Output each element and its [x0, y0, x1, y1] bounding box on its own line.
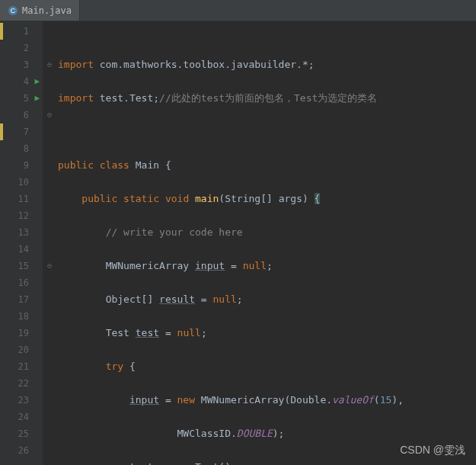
code-line[interactable] — [58, 123, 476, 140]
line-number[interactable]: 2 — [0, 40, 29, 56]
run-gutter-icon[interactable]: ▶ — [34, 90, 40, 107]
line-number[interactable]: 23 — [0, 392, 29, 409]
line-number[interactable]: 7 — [0, 123, 29, 140]
svg-text:C: C — [11, 7, 16, 14]
code-line[interactable]: Object[] result = null; — [58, 291, 476, 308]
gutter: 1 2 3 4▶ 5▶ 6 7 8 9 10 11 12 13 14 15 16… — [0, 21, 43, 465]
line-number[interactable]: 21 — [0, 358, 29, 375]
code-line[interactable]: MWNumericArray input = null; — [58, 258, 476, 274]
line-number[interactable]: 11 — [0, 191, 29, 207]
tab-bar: C Main.java — [0, 0, 476, 21]
java-class-icon: C — [8, 5, 18, 16]
file-tab[interactable]: C Main.java — [0, 0, 80, 21]
fold-icon[interactable]: ⊖ — [46, 107, 53, 123]
line-number[interactable]: 1 — [0, 23, 29, 40]
line-number[interactable]: 26 — [0, 442, 29, 459]
code-line[interactable]: MWClassID.DOUBLE); — [58, 425, 476, 442]
code-line[interactable]: public class Main { — [58, 157, 476, 174]
line-number[interactable]: 24 — [0, 409, 29, 425]
fold-column: ⊖ ⊖ ⊖ ⊖ ⊖ ⊖ ⊟ ⊟ — [46, 23, 53, 465]
line-number[interactable]: 3 — [0, 56, 29, 73]
code-line[interactable]: input = new MWNumericArray(Double.valueO… — [58, 392, 476, 409]
line-number[interactable]: 10 — [0, 174, 29, 191]
line-number[interactable]: 22 — [0, 375, 29, 392]
line-number[interactable]: 18 — [0, 308, 29, 325]
editor: 1 2 3 4▶ 5▶ 6 7 8 9 10 11 12 13 14 15 16… — [0, 21, 476, 465]
line-number[interactable]: 16 — [0, 274, 29, 291]
code-line[interactable]: try { — [58, 358, 476, 375]
line-number[interactable]: 6 — [0, 107, 29, 123]
tab-filename: Main.java — [22, 5, 72, 16]
line-number[interactable]: 17 — [0, 291, 29, 308]
line-number[interactable]: 13 — [0, 224, 29, 241]
line-number[interactable]: 15 — [0, 258, 29, 274]
line-number[interactable]: 4▶ — [0, 73, 29, 90]
line-number[interactable]: 12 — [0, 207, 29, 224]
fold-icon[interactable]: ⊖ — [46, 56, 53, 73]
code-area[interactable]: ⊖ ⊖ ⊖ ⊖ ⊖ ⊖ ⊟ ⊟ import com.mathwor — [43, 21, 476, 465]
line-number[interactable]: 9 — [0, 157, 29, 174]
fold-icon[interactable]: ⊖ — [46, 258, 53, 274]
code-line[interactable]: import test.Test;//此处的test为前面的包名，Test为选定… — [58, 90, 476, 107]
line-number[interactable]: 20 — [0, 342, 29, 358]
line-number[interactable]: 25 — [0, 425, 29, 442]
line-number[interactable]: 5▶ — [0, 90, 29, 107]
watermark: CSDN @雯浅 — [400, 444, 465, 457]
code-line[interactable]: import com.mathworks.toolbox.javabuilder… — [58, 56, 476, 73]
code-line[interactable]: Test test = null; — [58, 325, 476, 342]
line-number[interactable]: 8 — [0, 140, 29, 157]
line-number[interactable]: 19 — [0, 325, 29, 342]
run-gutter-icon[interactable]: ▶ — [34, 73, 40, 90]
code-line[interactable]: test = new Test(); — [58, 459, 476, 465]
line-number[interactable]: 14 — [0, 241, 29, 258]
code-line[interactable]: public static void main(String[] args) { — [58, 191, 476, 207]
code-line[interactable]: // write your code here — [58, 224, 476, 241]
